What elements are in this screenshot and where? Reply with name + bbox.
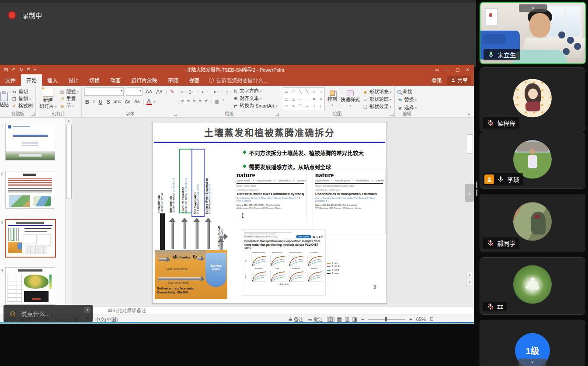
sidebar-collapse-button[interactable]: › (465, 184, 474, 202)
clear-formatting-icon[interactable]: ✎ (169, 89, 175, 95)
elbow2-shape-icon[interactable]: ¬ (306, 98, 309, 101)
columns-icon[interactable]: ▥ (215, 98, 219, 104)
underline-icon[interactable]: U (98, 99, 104, 105)
scrollbar-thumb[interactable] (467, 134, 473, 153)
previous-slide-button[interactable]: ∧ (466, 272, 473, 279)
cut-button[interactable]: ✂剪切 (11, 89, 33, 95)
ribbon-display-options-icon[interactable]: ▭ (435, 67, 439, 72)
rect-shape-icon[interactable]: □ (313, 90, 315, 94)
tab-design[interactable]: 设计 (63, 74, 84, 86)
line2-shape-icon[interactable]: ╲ (306, 90, 308, 94)
tab-view[interactable]: 视图 (184, 74, 205, 86)
participant-tile-houchengcheng[interactable]: 侯程程 (480, 67, 585, 132)
zoom-level[interactable]: 65% (416, 317, 426, 322)
sign-in-button[interactable]: 登录 (428, 77, 445, 84)
participant-tile-1ji[interactable]: 1级 ∨ (480, 320, 585, 366)
thumbnail-scrollbar[interactable]: ▲ (65, 118, 72, 307)
layout-button[interactable]: ▦版式 ▾ (59, 89, 79, 95)
textbox-shape-icon[interactable]: ▭ (285, 90, 289, 94)
zoom-slider-thumb[interactable] (385, 317, 387, 321)
rounded-rect-shape-icon[interactable]: ▢ (285, 98, 289, 101)
next-slide-button[interactable]: ∨ (466, 279, 473, 286)
find-button[interactable]: 查找 (397, 89, 417, 95)
shrink-font-icon[interactable]: A˅ (155, 89, 164, 95)
increase-indent-icon[interactable]: ⇥≡ (212, 89, 219, 95)
replace-button[interactable]: ⇆替换 ▾ (397, 97, 417, 103)
undo-icon[interactable]: ↶ (11, 67, 15, 73)
clipboard-dialog-launcher[interactable] (31, 113, 35, 116)
brace-left-shape-icon[interactable]: { (313, 105, 315, 108)
reading-view-button[interactable]: ▥ (344, 316, 349, 322)
line-shape-icon[interactable]: ╲ (299, 90, 302, 94)
change-case-icon[interactable]: Aa (133, 99, 140, 104)
tab-insert[interactable]: 插入 (42, 74, 63, 86)
minimize-icon[interactable]: — (445, 67, 449, 72)
slideshow-view-button[interactable]: ◨ (352, 316, 357, 322)
align-text-button[interactable]: ⊞对齐文本 ▾ (233, 96, 277, 101)
fit-to-window-icon[interactable]: ⊡ (430, 316, 434, 322)
arrow-right-shape-icon[interactable]: ⇨ (313, 98, 316, 101)
tab-animations[interactable]: 动画 (105, 74, 126, 86)
decrease-indent-icon[interactable]: ⇤≡ (202, 89, 209, 95)
elbow-shape-icon[interactable]: ⌐ (299, 98, 302, 101)
tell-me-box[interactable]: 告诉我您想要做什么... (205, 74, 272, 86)
oval-shape-icon[interactable]: ○ (320, 90, 322, 94)
share-button[interactable]: 共享 (447, 76, 471, 85)
slide-scrollbar[interactable]: ∧ ∨ (467, 118, 473, 307)
slide-thumbnail-2[interactable] (5, 171, 55, 209)
paste-button[interactable]: 粘贴 (0, 87, 10, 111)
bold-icon[interactable]: B (84, 99, 90, 105)
emoji-icon[interactable]: ☺ (9, 310, 17, 317)
slide-thumbnail-1[interactable] (5, 123, 55, 160)
curve-shape-icon[interactable]: ⌒ (299, 105, 302, 108)
slide-thumbnail-4[interactable] (5, 267, 55, 305)
arc-shape-icon[interactable]: ◠ (285, 105, 288, 108)
tab-review[interactable]: 审阅 (163, 74, 184, 86)
slide-canvas[interactable]: 土壤蒸发和植被蒸腾准确拆分 Precipitation115±2 10³ km³… (152, 122, 387, 303)
align-right-icon[interactable]: ≡ (193, 98, 195, 104)
font-color-icon[interactable]: A (146, 99, 152, 105)
format-painter-button[interactable]: ✐格式刷 (11, 103, 33, 109)
save-icon[interactable]: ▤ (3, 67, 8, 73)
reset-button[interactable]: ↺重置 (59, 96, 79, 102)
quick-styles-button[interactable]: 快速样式 ▾ (340, 87, 361, 111)
line-spacing-icon[interactable]: ↕≡ (226, 89, 231, 95)
align-left-icon[interactable]: ≡ (181, 98, 184, 104)
copy-button[interactable]: ❐复制 ▾ (11, 96, 33, 102)
font-dialog-launcher[interactable] (174, 113, 177, 116)
scroll-up-icon[interactable]: ▲ (66, 118, 72, 124)
brace-right-shape-icon[interactable]: } (320, 105, 322, 108)
grow-font-icon[interactable]: A˄ (145, 89, 153, 95)
chat-options-caret-icon[interactable]: ▾ (84, 307, 90, 313)
arrow-down-shape-icon[interactable]: ⇩ (320, 98, 323, 101)
collapse-ribbon-icon[interactable]: ∧ (467, 112, 470, 116)
freeform-shape-icon[interactable]: ✎ (292, 105, 295, 108)
textbox-v-shape-icon[interactable]: ▯ (292, 90, 294, 94)
font-name-select[interactable] (84, 87, 124, 96)
bullets-icon[interactable]: •≡ (181, 89, 185, 95)
tab-transitions[interactable]: 切换 (84, 74, 105, 86)
drawing-dialog-launcher[interactable] (390, 113, 393, 116)
strikethrough-icon[interactable]: abc (113, 99, 122, 104)
wave-shape-icon[interactable]: ~ (306, 105, 309, 108)
numbering-icon[interactable]: 1≡ (189, 89, 195, 95)
paragraph-dialog-launcher[interactable] (276, 113, 279, 116)
sidebar-resize-handle[interactable] (476, 181, 477, 196)
shapes-gallery[interactable]: ▭▯╲╲□○ ▢△⌐¬⇨⇩ ◠✎⌒~{} (283, 87, 325, 111)
align-center-icon[interactable]: ≡ (187, 98, 190, 104)
smartart-button[interactable]: ⇄转换为 SmartArt ▾ (233, 103, 277, 109)
triangle-shape-icon[interactable]: △ (292, 98, 295, 101)
distribute-icon[interactable]: ≡ (205, 98, 207, 104)
collapse-videos-button[interactable]: ∧ (519, 4, 547, 12)
slide-sorter-view-button[interactable]: ▦ (337, 316, 342, 322)
redo-icon[interactable]: ↻ (19, 67, 23, 73)
participant-tile-songlisheng[interactable]: ∧ 宋立生 (480, 2, 586, 64)
restore-icon[interactable]: ▢ (456, 67, 459, 72)
shape-effects-button[interactable]: ❏形状效果 ▾ (362, 104, 392, 110)
character-spacing-icon[interactable]: AV (124, 99, 132, 104)
participant-tile-zz[interactable]: zz (480, 257, 585, 315)
shape-fill-button[interactable]: ◆形状填充 ▾ (362, 89, 392, 95)
zoom-in-button[interactable]: + (409, 317, 412, 322)
justify-icon[interactable]: ≡ (199, 98, 202, 104)
scroll-participants-button[interactable]: ∨ (518, 359, 546, 366)
